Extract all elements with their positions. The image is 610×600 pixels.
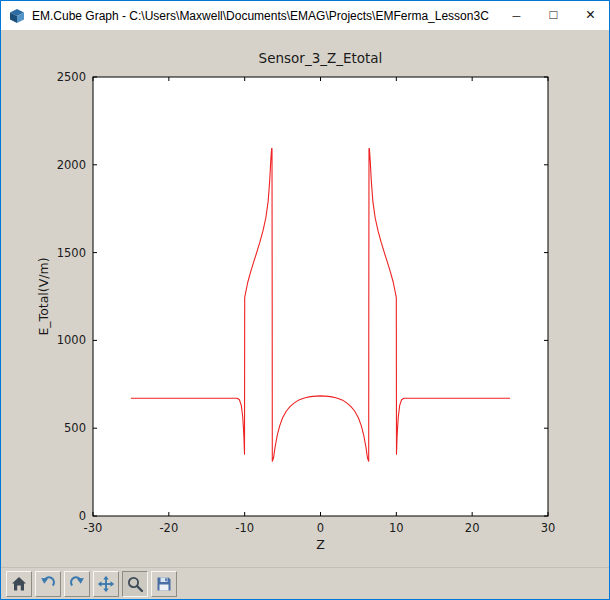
- y-tick-label: 500: [64, 421, 86, 435]
- x-tick-label: -30: [84, 521, 103, 535]
- titlebar[interactable]: EM.Cube Graph - C:\Users\Maxwell\Documen…: [1, 1, 609, 30]
- plot-toolbar: [1, 567, 609, 600]
- figure-area: -30-20-10010203005001000150020002500Sens…: [1, 30, 609, 567]
- app-window: EM.Cube Graph - C:\Users\Maxwell\Documen…: [0, 0, 610, 600]
- save-floppy-icon: [155, 575, 173, 593]
- maximize-icon: □: [550, 7, 558, 22]
- window-controls: ─ □ ×: [498, 1, 609, 30]
- x-tick-label: 30: [541, 521, 556, 535]
- y-tick-label: 1000: [57, 333, 86, 347]
- home-button[interactable]: [6, 571, 32, 597]
- forward-button[interactable]: [64, 571, 90, 597]
- plot-area[interactable]: [93, 77, 548, 516]
- minimize-icon: ─: [513, 10, 521, 22]
- close-button[interactable]: ×: [572, 1, 609, 30]
- forward-arrow-icon: [68, 575, 86, 593]
- back-arrow-icon: [39, 575, 57, 593]
- y-tick-label: 2500: [57, 70, 86, 84]
- emcube-app-icon[interactable]: [9, 8, 25, 24]
- y-tick-label: 1500: [57, 246, 86, 260]
- zoom-magnifier-icon: [126, 575, 144, 593]
- back-button[interactable]: [35, 571, 61, 597]
- pan-arrows-icon: [97, 575, 115, 593]
- chart-canvas[interactable]: -30-20-10010203005001000150020002500Sens…: [1, 30, 609, 567]
- chart-title: Sensor_3_Z_Etotal: [259, 50, 383, 66]
- maximize-button[interactable]: □: [535, 1, 572, 30]
- y-tick-label: 0: [79, 509, 86, 523]
- x-tick-label: -10: [235, 521, 254, 535]
- save-button[interactable]: [151, 571, 177, 597]
- x-axis-label: Z: [316, 537, 325, 552]
- x-tick-label: -20: [159, 521, 178, 535]
- close-icon: ×: [586, 6, 595, 24]
- window-title: EM.Cube Graph - C:\Users\Maxwell\Documen…: [32, 9, 498, 23]
- y-tick-label: 2000: [57, 158, 86, 172]
- x-tick-label: 20: [465, 521, 480, 535]
- y-axis-label: E_Total(V/m): [36, 257, 51, 335]
- pan-button[interactable]: [93, 571, 119, 597]
- zoom-button[interactable]: [122, 571, 148, 597]
- x-tick-label: 10: [389, 521, 404, 535]
- minimize-button[interactable]: ─: [498, 1, 535, 30]
- x-tick-label: 0: [317, 521, 324, 535]
- home-icon: [10, 575, 28, 593]
